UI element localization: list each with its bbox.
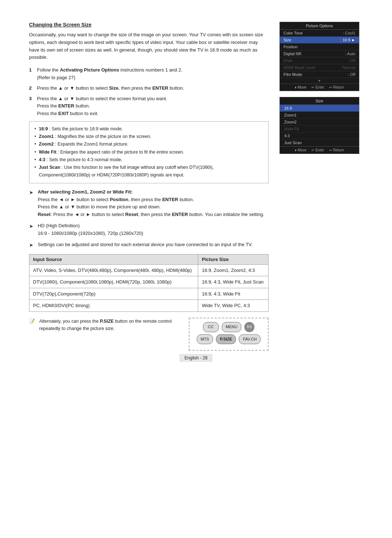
size-item-169: 16:9: [280, 105, 359, 112]
remote-illustration: CC MENU RS MTS P.SIZE FAV.CH: [189, 318, 269, 351]
steps: 1 Follow the Activating Picture Options …: [29, 66, 269, 118]
arrow-section-zoom: ➤ After selecting Zoom1, Zoom2 or Wide F…: [29, 188, 269, 219]
menu-row-hdmiblack: HDMI Black Level : Normal: [280, 64, 359, 71]
size-menu: Size 16:9 Zoom1 Zoom2 Wide Fit 4:3 Just …: [279, 97, 359, 154]
remote-box: CC MENU RS MTS P.SIZE FAV.CH: [189, 318, 269, 351]
input-source-table: Input Source Picture Size ATV, Video, S-…: [29, 254, 269, 312]
remote-row-2: MTS P.SIZE FAV.CH: [195, 334, 262, 345]
table-row: DTV(720p),Component(720p) 16:9, 4:3, Wid…: [29, 288, 269, 300]
step-1-num: 1: [29, 66, 34, 82]
menu-row-filmmode: Film Mode : Off: [280, 71, 359, 78]
step-3-num: 3: [29, 95, 34, 118]
left-column: Changing the Screen Size Occasionally, y…: [29, 22, 269, 351]
arrow-section-settings: ➤ Settings can be adjusted and stored fo…: [29, 241, 269, 249]
note-section: 📝 Alternately, you can press the P.SIZE …: [29, 318, 269, 351]
main-content: Changing the Screen Size Occasionally, y…: [29, 22, 363, 351]
arrow-content-2: HD (High Definition) 16:9 - 1080i/1080p …: [38, 222, 269, 237]
table-cell-size-2: 16:9, 4:3, Wide Fit, Just Scan: [198, 276, 269, 288]
table-cell-input-1: ATV, Video, S-Video, DTV(480i,480p), Com…: [29, 264, 198, 276]
picture-options-menu: Picture Options Color Tone : Cool1 Size …: [279, 22, 359, 91]
menu-row-size: Size : 16:9 ►: [280, 37, 359, 44]
table-cell-size-3: 16:9, 4:3, Wide Fit: [198, 288, 269, 300]
step-1-text: Follow the Activating Picture Options in…: [37, 66, 182, 82]
arrow-content-1: After selecting Zoom1, Zoom2 or Wide Fit…: [38, 188, 269, 219]
table-cell-input-2: DTV(1080i), Component(1080i,1080p), HDMI…: [29, 276, 198, 288]
table-row: PC, HDMI3/DVI(PC timing) Wide TV, Wide P…: [29, 300, 269, 312]
section-title: Changing the Screen Size: [29, 22, 269, 28]
arrow-icon-2: ➤: [29, 222, 35, 237]
menu-row-colortone: Color Tone : Cool1: [280, 30, 359, 37]
size-item-justscan: Just Scan: [280, 139, 359, 146]
size-item-zoom1: Zoom1: [280, 112, 359, 119]
step-3-text: Press the ▲ or ▼ button to select the sc…: [37, 95, 167, 118]
step-3: 3 Press the ▲ or ▼ button to select the …: [29, 95, 269, 118]
table-row: ATV, Video, S-Video, DTV(480i,480p), Com…: [29, 264, 269, 276]
arrow-icon-3: ➤: [29, 241, 35, 249]
bullet-justscan: • Just Scan : Use this function to see t…: [34, 164, 263, 179]
remote-favch-btn: FAV.CH: [239, 334, 261, 345]
step-2-num: 2: [29, 85, 34, 92]
remote-mts-btn: MTS: [197, 334, 213, 345]
remote-psize-btn[interactable]: P.SIZE: [216, 334, 236, 345]
table-cell-input-3: DTV(720p),Component(720p): [29, 288, 198, 300]
bullet-zoom1: • Zoom1 : Magnifies the size of the pict…: [34, 133, 263, 140]
picture-options-footer: ♦ Move ↵ Enter ↩ Return: [280, 83, 359, 91]
remote-cc-btn: CC: [203, 322, 219, 332]
remote-rs-icon: RS: [244, 322, 254, 332]
note-text: Alternately, you can press the P.SIZE bu…: [39, 318, 178, 351]
step-2-text: Press the ▲ or ▼ button to select Size, …: [37, 85, 184, 92]
page-number: English - 28: [180, 354, 212, 362]
arrow-section-hd: ➤ HD (High Definition) 16:9 - 1080i/1080…: [29, 222, 269, 237]
menu-row-position: Position: [280, 44, 359, 50]
step-2: 2 Press the ▲ or ▼ button to select Size…: [29, 85, 269, 92]
menu-row-digitalnr: Digital NR : Auto: [280, 50, 359, 57]
note-icon: 📝: [29, 318, 36, 351]
table-cell-size-1: 16:9, Zoom1, Zoom2, 4:3: [198, 264, 269, 276]
size-item-widefit: Wide Fit: [280, 126, 359, 133]
bullet-169: • 16:9 : Sets the picture to 16:9 wide m…: [34, 125, 263, 133]
arrow-icon-1: ➤: [29, 188, 35, 219]
page: Changing the Screen Size Occasionally, y…: [0, 0, 392, 372]
right-column: Picture Options Color Tone : Cool1 Size …: [279, 22, 363, 351]
size-menu-footer: ♦ Move ↵ Enter ↩ Return: [280, 146, 359, 154]
size-menu-title: Size: [280, 97, 359, 105]
bullet-43: • 4:3 : Sets the picture to 4:3 normal m…: [34, 156, 263, 164]
intro-text: Occasionally, you may want to change the…: [29, 31, 269, 61]
step-1: 1 Follow the Activating Picture Options …: [29, 66, 269, 82]
remote-menu-btn: MENU: [222, 322, 241, 332]
table-row: DTV(1080i), Component(1080i,1080p), HDMI…: [29, 276, 269, 288]
menu-row-dnie: DNIe : Off: [280, 57, 359, 64]
table-header-size: Picture Size: [198, 254, 269, 264]
bullet-box: • 16:9 : Sets the picture to 16:9 wide m…: [29, 121, 269, 183]
table-header-input: Input Source: [29, 254, 198, 264]
size-item-zoom2: Zoom2: [280, 119, 359, 126]
bullet-widefit: • Wide Fit : Enlarges the aspect ratio o…: [34, 148, 263, 156]
size-item-43: 4:3: [280, 133, 359, 139]
remote-row-1: CC MENU RS: [195, 322, 262, 332]
picture-options-title: Picture Options: [280, 22, 359, 30]
table-cell-input-4: PC, HDMI3/DVI(PC timing): [29, 300, 198, 312]
arrow-content-3: Settings can be adjusted and stored for …: [38, 241, 269, 249]
bullet-zoom2: • Zoom2 : Expands the Zoom1 format pictu…: [34, 140, 263, 148]
table-cell-size-4: Wide TV, Wide PC, 4:3: [198, 300, 269, 312]
